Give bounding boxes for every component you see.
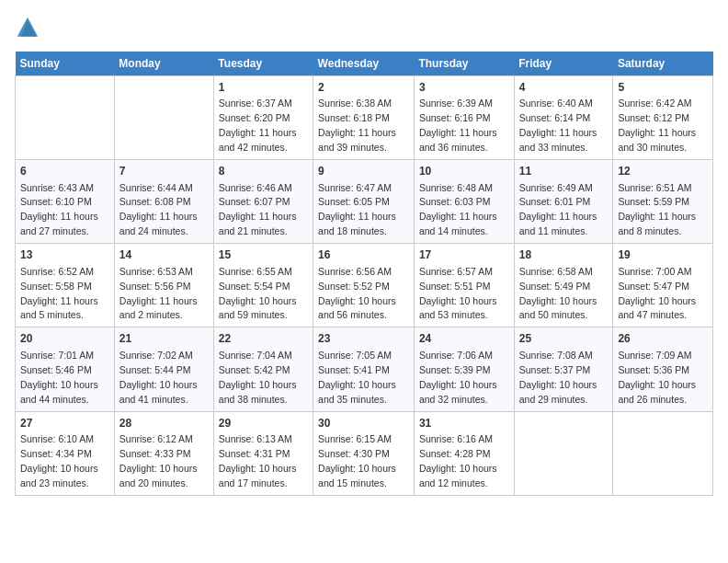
day-number: 11: [519, 164, 609, 179]
day-number: 17: [419, 247, 509, 263]
week-row-3: 13Sunrise: 6:52 AM Sunset: 5:58 PM Dayli…: [16, 244, 713, 327]
day-number: 12: [618, 164, 708, 179]
day-number: 5: [618, 80, 708, 96]
day-number: 25: [519, 331, 609, 347]
day-info: Sunrise: 7:00 AM Sunset: 5:47 PM Dayligh…: [618, 266, 696, 321]
weekday-header-friday: Friday: [514, 52, 613, 76]
day-info: Sunrise: 6:48 AM Sunset: 6:03 PM Dayligh…: [419, 182, 497, 237]
day-info: Sunrise: 7:09 AM Sunset: 5:36 PM Dayligh…: [618, 350, 696, 405]
day-info: Sunrise: 7:06 AM Sunset: 5:39 PM Dayligh…: [419, 350, 497, 405]
day-info: Sunrise: 6:10 AM Sunset: 4:34 PM Dayligh…: [20, 433, 98, 488]
calendar-cell: 2Sunrise: 6:38 AM Sunset: 6:18 PM Daylig…: [313, 76, 415, 160]
logo: [15, 15, 44, 40]
calendar-cell: 23Sunrise: 7:05 AM Sunset: 5:41 PM Dayli…: [313, 327, 415, 411]
day-info: Sunrise: 6:37 AM Sunset: 6:20 PM Dayligh…: [219, 98, 297, 153]
day-info: Sunrise: 6:43 AM Sunset: 6:10 PM Dayligh…: [20, 182, 98, 237]
calendar-cell: 30Sunrise: 6:15 AM Sunset: 4:30 PM Dayli…: [313, 411, 415, 495]
day-info: Sunrise: 6:44 AM Sunset: 6:08 PM Dayligh…: [119, 182, 198, 237]
day-number: 14: [119, 247, 209, 263]
calendar-cell: 31Sunrise: 6:16 AM Sunset: 4:28 PM Dayli…: [414, 411, 514, 495]
calendar-cell: 17Sunrise: 6:57 AM Sunset: 5:51 PM Dayli…: [414, 244, 514, 327]
calendar-cell: 11Sunrise: 6:49 AM Sunset: 6:01 PM Dayli…: [514, 160, 613, 244]
day-info: Sunrise: 7:01 AM Sunset: 5:46 PM Dayligh…: [20, 350, 98, 405]
day-info: Sunrise: 6:56 AM Sunset: 5:52 PM Dayligh…: [318, 266, 396, 321]
day-info: Sunrise: 7:04 AM Sunset: 5:42 PM Dayligh…: [219, 350, 297, 405]
day-info: Sunrise: 7:08 AM Sunset: 5:37 PM Dayligh…: [519, 350, 597, 405]
calendar-cell: [613, 411, 713, 495]
day-number: 20: [20, 331, 109, 347]
calendar-cell: 18Sunrise: 6:58 AM Sunset: 5:49 PM Dayli…: [514, 244, 613, 327]
day-info: Sunrise: 7:02 AM Sunset: 5:44 PM Dayligh…: [119, 350, 198, 405]
calendar-cell: 25Sunrise: 7:08 AM Sunset: 5:37 PM Dayli…: [514, 327, 613, 411]
day-number: 18: [519, 247, 609, 263]
day-info: Sunrise: 6:47 AM Sunset: 6:05 PM Dayligh…: [318, 182, 396, 237]
weekday-header-saturday: Saturday: [613, 52, 713, 76]
day-number: 13: [20, 247, 109, 263]
calendar-cell: 7Sunrise: 6:44 AM Sunset: 6:08 PM Daylig…: [114, 160, 213, 244]
calendar-cell: 21Sunrise: 7:02 AM Sunset: 5:44 PM Dayli…: [114, 327, 213, 411]
calendar-table: SundayMondayTuesdayWednesdayThursdayFrid…: [15, 52, 713, 496]
week-row-2: 6Sunrise: 6:43 AM Sunset: 6:10 PM Daylig…: [16, 160, 713, 244]
day-number: 22: [219, 331, 308, 347]
calendar-cell: 4Sunrise: 6:40 AM Sunset: 6:14 PM Daylig…: [514, 76, 613, 160]
day-number: 24: [419, 331, 509, 347]
calendar-cell: 29Sunrise: 6:13 AM Sunset: 4:31 PM Dayli…: [213, 411, 313, 495]
day-info: Sunrise: 6:51 AM Sunset: 5:59 PM Dayligh…: [618, 182, 696, 237]
week-row-4: 20Sunrise: 7:01 AM Sunset: 5:46 PM Dayli…: [16, 327, 713, 411]
header-row: SundayMondayTuesdayWednesdayThursdayFrid…: [16, 52, 713, 76]
day-number: 29: [219, 416, 308, 431]
day-info: Sunrise: 6:12 AM Sunset: 4:33 PM Dayligh…: [119, 433, 198, 488]
day-number: 7: [119, 164, 209, 179]
day-number: 10: [419, 164, 509, 179]
calendar-cell: 5Sunrise: 6:42 AM Sunset: 6:12 PM Daylig…: [613, 76, 713, 160]
calendar-cell: 8Sunrise: 6:46 AM Sunset: 6:07 PM Daylig…: [213, 160, 313, 244]
calendar-cell: 14Sunrise: 6:53 AM Sunset: 5:56 PM Dayli…: [114, 244, 213, 327]
day-info: Sunrise: 7:05 AM Sunset: 5:41 PM Dayligh…: [318, 350, 396, 405]
day-number: 21: [119, 331, 209, 347]
day-info: Sunrise: 6:38 AM Sunset: 6:18 PM Dayligh…: [318, 98, 396, 153]
day-number: 4: [519, 80, 609, 96]
calendar-cell: 27Sunrise: 6:10 AM Sunset: 4:34 PM Dayli…: [16, 411, 115, 495]
day-info: Sunrise: 6:39 AM Sunset: 6:16 PM Dayligh…: [419, 98, 497, 153]
weekday-header-wednesday: Wednesday: [313, 52, 415, 76]
calendar-cell: 19Sunrise: 7:00 AM Sunset: 5:47 PM Dayli…: [613, 244, 713, 327]
page-header: [15, 15, 713, 40]
weekday-header-sunday: Sunday: [16, 52, 115, 76]
day-number: 8: [219, 164, 308, 179]
day-info: Sunrise: 6:46 AM Sunset: 6:07 PM Dayligh…: [219, 182, 297, 237]
day-info: Sunrise: 6:53 AM Sunset: 5:56 PM Dayligh…: [119, 266, 198, 321]
day-info: Sunrise: 6:13 AM Sunset: 4:31 PM Dayligh…: [219, 433, 297, 488]
weekday-header-tuesday: Tuesday: [213, 52, 313, 76]
calendar-cell: [16, 76, 115, 160]
calendar-cell: 28Sunrise: 6:12 AM Sunset: 4:33 PM Dayli…: [114, 411, 213, 495]
calendar-cell: [514, 411, 613, 495]
calendar-cell: 1Sunrise: 6:37 AM Sunset: 6:20 PM Daylig…: [213, 76, 313, 160]
calendar-cell: 6Sunrise: 6:43 AM Sunset: 6:10 PM Daylig…: [16, 160, 115, 244]
day-number: 28: [119, 416, 209, 431]
day-info: Sunrise: 6:16 AM Sunset: 4:28 PM Dayligh…: [419, 433, 497, 488]
day-number: 15: [219, 247, 308, 263]
day-info: Sunrise: 6:42 AM Sunset: 6:12 PM Dayligh…: [618, 98, 696, 153]
day-info: Sunrise: 6:49 AM Sunset: 6:01 PM Dayligh…: [519, 182, 597, 237]
week-row-1: 1Sunrise: 6:37 AM Sunset: 6:20 PM Daylig…: [16, 76, 713, 160]
day-number: 16: [318, 247, 409, 263]
day-info: Sunrise: 6:55 AM Sunset: 5:54 PM Dayligh…: [219, 266, 297, 321]
weekday-header-thursday: Thursday: [414, 52, 514, 76]
day-info: Sunrise: 6:15 AM Sunset: 4:30 PM Dayligh…: [318, 433, 396, 488]
logo-icon: [15, 15, 40, 40]
day-number: 23: [318, 331, 409, 347]
day-info: Sunrise: 6:52 AM Sunset: 5:58 PM Dayligh…: [20, 266, 98, 321]
calendar-cell: 24Sunrise: 7:06 AM Sunset: 5:39 PM Dayli…: [414, 327, 514, 411]
calendar-cell: 3Sunrise: 6:39 AM Sunset: 6:16 PM Daylig…: [414, 76, 514, 160]
day-number: 26: [618, 331, 708, 347]
day-number: 30: [318, 416, 409, 431]
calendar-cell: 22Sunrise: 7:04 AM Sunset: 5:42 PM Dayli…: [213, 327, 313, 411]
day-number: 9: [318, 164, 409, 179]
day-info: Sunrise: 6:57 AM Sunset: 5:51 PM Dayligh…: [419, 266, 497, 321]
calendar-cell: 26Sunrise: 7:09 AM Sunset: 5:36 PM Dayli…: [613, 327, 713, 411]
calendar-cell: 9Sunrise: 6:47 AM Sunset: 6:05 PM Daylig…: [313, 160, 415, 244]
calendar-cell: 12Sunrise: 6:51 AM Sunset: 5:59 PM Dayli…: [613, 160, 713, 244]
calendar-cell: 20Sunrise: 7:01 AM Sunset: 5:46 PM Dayli…: [16, 327, 115, 411]
day-number: 6: [20, 164, 109, 179]
calendar-cell: 13Sunrise: 6:52 AM Sunset: 5:58 PM Dayli…: [16, 244, 115, 327]
